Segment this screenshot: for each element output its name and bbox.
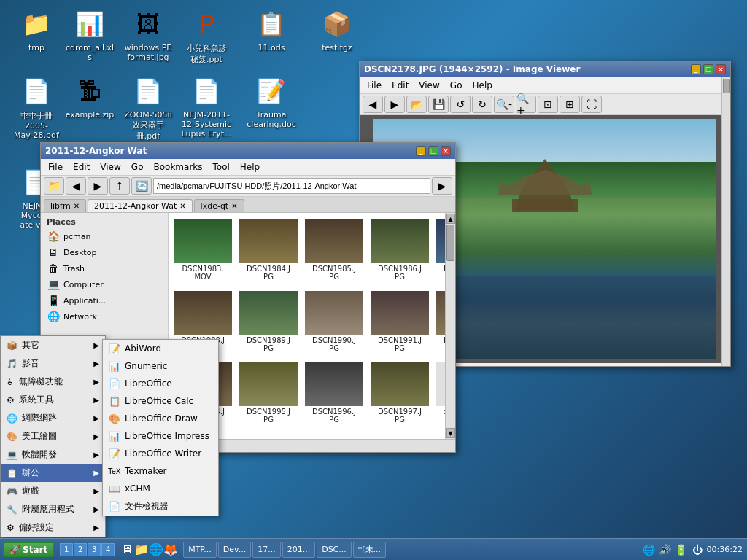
file-item-1983[interactable]: DSCN1983.MOV <box>171 216 234 284</box>
desktop-icon-winpe[interactable]: 🖼 windows PEformat.jpg <box>119 4 177 65</box>
ql-icon-3[interactable]: 🌐 <box>150 543 163 556</box>
fm-maximize-button[interactable]: □ <box>428 146 438 156</box>
iv-save-button[interactable]: 💾 <box>428 96 449 113</box>
iv-fit-button[interactable]: ⊡ <box>538 96 558 113</box>
taskbar-dsc[interactable]: DSC... <box>317 542 352 558</box>
desktop-icon-cdrom[interactable]: 📊 cdrom_all.xls <box>61 4 119 65</box>
fm-menu-file[interactable]: File <box>44 160 67 174</box>
sidebar-item-computer[interactable]: 💻 Computer <box>41 276 168 292</box>
tab-libfm[interactable]: libfm ✕ <box>44 199 86 212</box>
page-btn-1[interactable]: 1 <box>60 543 73 556</box>
address-bar-input[interactable] <box>153 178 430 194</box>
cm-xchm[interactable]: 📖 xCHM <box>103 480 218 497</box>
fm-menu-go[interactable]: Go <box>127 160 148 174</box>
desktop-icon-ppt[interactable]: P 小兒科急診秘笈.ppt <box>177 4 236 68</box>
fm-go-button[interactable]: ▶ <box>432 177 452 195</box>
am-item-office[interactable]: 📋 辦公 ▶ <box>1 464 105 482</box>
file-item-1989[interactable]: DSCN1989.JPG <box>237 287 300 356</box>
sidebar-item-trash[interactable]: 🗑 Trash <box>41 260 168 276</box>
am-item-games[interactable]: 🎮 遊戲 ▶ <box>1 482 105 500</box>
cm-docviewer[interactable]: 📄 文件檢視器 <box>103 497 218 516</box>
desktop-icon-tmp[interactable]: 📁 tmp <box>7 4 66 55</box>
sidebar-item-pcman[interactable]: 🏠 pcman <box>41 228 168 244</box>
file-item-1986[interactable]: DSCN1986.JPG <box>368 216 431 284</box>
ql-icon-1[interactable]: 🖥 <box>120 543 133 556</box>
cm-writer[interactable]: 📝 LibreOffice Writer <box>103 445 218 462</box>
file-item-1995[interactable]: DSCN1995.JPG <box>237 359 300 427</box>
ql-icon-2[interactable]: 📁 <box>135 543 148 556</box>
cm-impress[interactable]: 📊 LibreOffice Impress <box>103 427 218 445</box>
fm-refresh-button[interactable]: 🔄 <box>131 177 152 195</box>
desktop-icon-ods[interactable]: 📋 11.ods <box>242 4 301 55</box>
iv-zoom-out-button[interactable]: 🔍- <box>494 96 514 113</box>
cm-texmaker[interactable]: TeX Texmaker <box>103 462 218 480</box>
fm-back-button[interactable]: ◀ <box>66 177 86 195</box>
tab-close-angkor[interactable]: ✕ <box>179 202 185 210</box>
fm-menu-tool[interactable]: Tool <box>209 160 234 174</box>
fm-minimize-button[interactable]: _ <box>416 146 426 156</box>
am-item-preferences[interactable]: ⚙ 偏好設定 ▶ <box>1 518 105 537</box>
file-item-1996[interactable]: DSCN1996.JPG <box>303 359 365 427</box>
iv-fullscreen-button[interactable]: ⛶ <box>581 96 602 113</box>
file-item-1991[interactable]: DSCN1991.JPG <box>368 287 431 356</box>
tab-close-libfm[interactable]: ✕ <box>74 202 80 210</box>
cm-abiword[interactable]: 📝 AbiWord <box>103 340 218 357</box>
maximize-button[interactable]: □ <box>703 64 713 74</box>
iv-actual-button[interactable]: ⊞ <box>560 96 580 113</box>
minimize-button[interactable]: _ <box>691 64 701 74</box>
scrollbar-vertical[interactable] <box>721 77 730 366</box>
taskbar-17[interactable]: 17... <box>252 542 281 558</box>
desktop-icon-manual[interactable]: 📄 乖乖手冊2005-May-28.pdf <box>7 71 66 143</box>
file-item-1987[interactable]: DSCN1987.JPG <box>434 216 445 284</box>
desktop-icon-zip[interactable]: 🗜 example.zip <box>61 71 119 122</box>
cm-libreoffice[interactable]: 📄 LibreOffice <box>103 375 218 392</box>
iv-open-button[interactable]: 📂 <box>406 96 427 113</box>
sidebar-item-network[interactable]: 🌐 Network <box>41 308 168 324</box>
tab-lxde[interactable]: lxde-qt ✕ <box>194 199 244 212</box>
iv-menu-edit[interactable]: Edit <box>387 79 413 92</box>
file-item-1984[interactable]: DSCN1984.JPG <box>237 216 300 284</box>
iv-menu-go[interactable]: Go <box>446 79 467 92</box>
file-item-1997[interactable]: DSCN1997.JPG <box>368 359 431 427</box>
desktop-icon-zoom[interactable]: 📄 ZOOM-505ii效果器手冊.pdf <box>119 71 177 144</box>
tray-volume[interactable]: 🔊 <box>659 543 672 556</box>
fm-close-button[interactable]: × <box>441 146 451 156</box>
fm-menu-help[interactable]: Help <box>236 160 264 174</box>
sidebar-item-desktop[interactable]: 🖥 Desktop <box>41 244 168 260</box>
fm-menu-view[interactable]: View <box>96 160 125 174</box>
iv-rotate-left-button[interactable]: ↺ <box>450 96 471 113</box>
file-item-1985[interactable]: DSCN1985.JPG <box>303 216 365 284</box>
fm-up-button[interactable]: ↑ <box>109 177 130 195</box>
am-item-media[interactable]: 🎵 影音 ▶ <box>1 354 105 373</box>
am-item-accessories[interactable]: 🔧 附屬應用程式 ▶ <box>1 500 105 518</box>
cm-gnumeric[interactable]: 📊 Gnumeric <box>103 357 218 375</box>
taskbar-201[interactable]: 201... <box>282 542 316 558</box>
file-item-1990[interactable]: DSCN1990.JPG <box>303 287 365 356</box>
iv-rotate-right-button[interactable]: ↻ <box>472 96 492 113</box>
fm-menu-edit[interactable]: Edit <box>69 160 94 174</box>
page-btn-3[interactable]: 3 <box>88 543 101 556</box>
iv-menu-help[interactable]: Help <box>468 79 496 92</box>
tray-power[interactable]: ⏻ <box>691 543 704 556</box>
desktop-icon-tgz[interactable]: 📦 test.tgz <box>308 4 366 55</box>
taskbar-unread[interactable]: *[未... <box>353 542 386 558</box>
taskbar-dev[interactable]: Dev... <box>218 542 251 558</box>
iv-back-button[interactable]: ◀ <box>363 96 383 113</box>
tray-network[interactable]: 🌐 <box>643 543 656 556</box>
am-item-system[interactable]: ⚙ 系統工具 ▶ <box>1 391 105 409</box>
fm-forward-button[interactable]: ▶ <box>88 177 108 195</box>
page-btn-2[interactable]: 2 <box>74 543 87 556</box>
start-button[interactable]: 🚀 Start <box>3 542 54 557</box>
taskbar-mtp[interactable]: MTP... <box>183 542 217 558</box>
am-item-other[interactable]: 📦 其它 ▶ <box>1 336 105 354</box>
iv-menu-file[interactable]: File <box>363 79 386 92</box>
close-button[interactable]: × <box>716 64 726 74</box>
am-item-accessibility[interactable]: ♿ 無障礙功能 ▶ <box>1 373 105 391</box>
cm-calc[interactable]: 📋 LibreOffice Calc <box>103 392 218 410</box>
am-item-development[interactable]: 💻 軟體開發 ▶ <box>1 446 105 464</box>
cm-draw[interactable]: 🎨 LibreOffice Draw <box>103 410 218 427</box>
ql-icon-4[interactable]: 🦊 <box>164 543 177 556</box>
iv-zoom-in-button[interactable]: 🔍+ <box>516 96 536 113</box>
desktop-icon-trauma[interactable]: 📝 Traumaclearing.doc <box>242 71 301 132</box>
iv-menu-view[interactable]: View <box>414 79 444 92</box>
